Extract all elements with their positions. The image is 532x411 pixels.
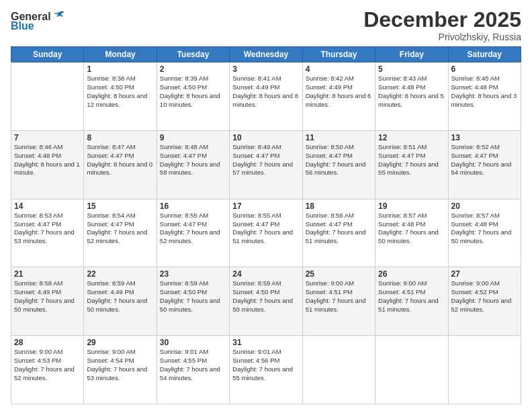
- day-number: 6: [451, 64, 518, 74]
- calendar-cell: 21 Sunrise: 8:58 AM Sunset: 4:49 PM Dayl…: [11, 267, 84, 336]
- day-info: Sunrise: 8:56 AM Sunset: 4:47 PM Dayligh…: [306, 212, 372, 246]
- calendar-cell: 11 Sunrise: 8:50 AM Sunset: 4:47 PM Dayl…: [302, 130, 375, 199]
- calendar-cell: 24 Sunrise: 8:59 AM Sunset: 4:50 PM Dayl…: [230, 267, 302, 336]
- location-subtitle: Privolzhskiy, Russia: [363, 32, 521, 42]
- day-info: Sunrise: 8:55 AM Sunset: 4:47 PM Dayligh…: [160, 212, 226, 246]
- calendar-cell: 17 Sunrise: 8:55 AM Sunset: 4:47 PM Dayl…: [230, 199, 302, 267]
- calendar-cell: [375, 336, 448, 404]
- day-number: 10: [232, 133, 299, 142]
- calendar-cell: 4 Sunrise: 8:42 AM Sunset: 4:49 PM Dayli…: [302, 62, 375, 131]
- week-row-4: 21 Sunrise: 8:58 AM Sunset: 4:49 PM Dayl…: [11, 267, 521, 336]
- logo: General Blue: [11, 11, 66, 32]
- calendar-cell: 1 Sunrise: 8:38 AM Sunset: 4:50 PM Dayli…: [84, 62, 157, 131]
- day-number: 30: [160, 338, 226, 347]
- day-number: 17: [232, 201, 299, 211]
- day-info: Sunrise: 8:57 AM Sunset: 4:48 PM Dayligh…: [378, 212, 445, 246]
- day-info: Sunrise: 9:00 AM Sunset: 4:53 PM Dayligh…: [14, 348, 81, 382]
- week-row-3: 14 Sunrise: 8:53 AM Sunset: 4:47 PM Dayl…: [11, 199, 521, 267]
- day-number: 16: [160, 201, 226, 211]
- calendar-cell: 9 Sunrise: 8:48 AM Sunset: 4:47 PM Dayli…: [157, 130, 229, 199]
- day-number: 24: [232, 269, 299, 279]
- day-info: Sunrise: 8:46 AM Sunset: 4:48 PM Dayligh…: [14, 143, 81, 177]
- day-info: Sunrise: 8:54 AM Sunset: 4:47 PM Dayligh…: [87, 212, 153, 246]
- day-info: Sunrise: 9:00 AM Sunset: 4:52 PM Dayligh…: [451, 279, 518, 314]
- calendar-cell: 16 Sunrise: 8:55 AM Sunset: 4:47 PM Dayl…: [157, 199, 229, 267]
- week-row-5: 28 Sunrise: 9:00 AM Sunset: 4:53 PM Dayl…: [11, 336, 521, 404]
- calendar-cell: 29 Sunrise: 9:00 AM Sunset: 4:54 PM Dayl…: [84, 336, 157, 404]
- calendar-cell: 3 Sunrise: 8:41 AM Sunset: 4:49 PM Dayli…: [230, 62, 302, 131]
- day-number: 18: [306, 201, 372, 211]
- day-info: Sunrise: 8:49 AM Sunset: 4:47 PM Dayligh…: [232, 143, 299, 177]
- day-number: 9: [160, 133, 226, 142]
- day-info: Sunrise: 8:41 AM Sunset: 4:49 PM Dayligh…: [232, 75, 299, 109]
- day-number: 1: [87, 64, 153, 74]
- calendar-cell: 14 Sunrise: 8:53 AM Sunset: 4:47 PM Dayl…: [11, 199, 84, 267]
- calendar-cell: 2 Sunrise: 8:39 AM Sunset: 4:50 PM Dayli…: [157, 62, 229, 131]
- calendar-cell: 8 Sunrise: 8:47 AM Sunset: 4:47 PM Dayli…: [84, 130, 157, 199]
- day-info: Sunrise: 8:42 AM Sunset: 4:49 PM Dayligh…: [306, 75, 372, 109]
- day-info: Sunrise: 8:58 AM Sunset: 4:49 PM Dayligh…: [14, 279, 81, 314]
- calendar-cell: 20 Sunrise: 8:57 AM Sunset: 4:48 PM Dayl…: [448, 199, 521, 267]
- day-number: 11: [306, 133, 372, 142]
- weekday-header-saturday: Saturday: [448, 47, 521, 62]
- calendar-cell: 27 Sunrise: 9:00 AM Sunset: 4:52 PM Dayl…: [448, 267, 521, 336]
- weekday-header-wednesday: Wednesday: [230, 47, 302, 62]
- day-info: Sunrise: 8:59 AM Sunset: 4:50 PM Dayligh…: [160, 279, 226, 314]
- day-info: Sunrise: 9:00 AM Sunset: 4:51 PM Dayligh…: [378, 279, 445, 314]
- calendar-cell: 31 Sunrise: 9:01 AM Sunset: 4:56 PM Dayl…: [230, 336, 302, 404]
- day-info: Sunrise: 8:47 AM Sunset: 4:47 PM Dayligh…: [87, 143, 153, 177]
- day-info: Sunrise: 9:00 AM Sunset: 4:51 PM Dayligh…: [306, 279, 372, 314]
- day-info: Sunrise: 9:01 AM Sunset: 4:56 PM Dayligh…: [232, 348, 299, 382]
- calendar-cell: 23 Sunrise: 8:59 AM Sunset: 4:50 PM Dayl…: [157, 267, 229, 336]
- day-info: Sunrise: 9:01 AM Sunset: 4:55 PM Dayligh…: [160, 348, 226, 382]
- calendar-cell: 30 Sunrise: 9:01 AM Sunset: 4:55 PM Dayl…: [157, 336, 229, 404]
- day-number: 2: [160, 64, 226, 74]
- day-number: 20: [451, 201, 518, 211]
- calendar-cell: 25 Sunrise: 9:00 AM Sunset: 4:51 PM Dayl…: [302, 267, 375, 336]
- day-info: Sunrise: 8:52 AM Sunset: 4:47 PM Dayligh…: [451, 143, 518, 177]
- day-info: Sunrise: 8:48 AM Sunset: 4:47 PM Dayligh…: [160, 143, 226, 177]
- header: General Blue December 2025 Privolzhskiy,…: [11, 8, 521, 42]
- calendar-cell: 28 Sunrise: 9:00 AM Sunset: 4:53 PM Dayl…: [11, 336, 84, 404]
- logo-blue: Blue: [11, 20, 34, 32]
- day-number: 3: [232, 64, 299, 74]
- day-number: 14: [14, 201, 81, 211]
- day-info: Sunrise: 8:51 AM Sunset: 4:47 PM Dayligh…: [378, 143, 445, 177]
- page: General Blue December 2025 Privolzhskiy,…: [0, 0, 532, 411]
- day-number: 31: [232, 338, 299, 347]
- day-info: Sunrise: 8:59 AM Sunset: 4:49 PM Dayligh…: [87, 279, 153, 314]
- day-info: Sunrise: 8:50 AM Sunset: 4:47 PM Dayligh…: [306, 143, 372, 177]
- calendar-cell: 15 Sunrise: 8:54 AM Sunset: 4:47 PM Dayl…: [84, 199, 157, 267]
- calendar-cell: 13 Sunrise: 8:52 AM Sunset: 4:47 PM Dayl…: [448, 130, 521, 199]
- week-row-2: 7 Sunrise: 8:46 AM Sunset: 4:48 PM Dayli…: [11, 130, 521, 199]
- calendar-cell: 5 Sunrise: 8:43 AM Sunset: 4:48 PM Dayli…: [375, 62, 448, 131]
- calendar-cell: 7 Sunrise: 8:46 AM Sunset: 4:48 PM Dayli…: [11, 130, 84, 199]
- day-number: 13: [451, 133, 518, 142]
- day-info: Sunrise: 8:55 AM Sunset: 4:47 PM Dayligh…: [232, 212, 299, 246]
- day-number: 4: [306, 64, 372, 74]
- day-number: 21: [14, 269, 81, 279]
- day-number: 19: [378, 201, 445, 211]
- weekday-header-tuesday: Tuesday: [157, 47, 229, 62]
- calendar-cell: [11, 62, 84, 131]
- day-number: 26: [378, 269, 445, 279]
- day-number: 5: [378, 64, 445, 74]
- day-number: 23: [160, 269, 226, 279]
- day-info: Sunrise: 8:57 AM Sunset: 4:48 PM Dayligh…: [451, 212, 518, 246]
- day-number: 27: [451, 269, 518, 279]
- day-number: 8: [87, 133, 153, 142]
- month-title: December 2025: [363, 8, 521, 32]
- calendar-cell: 6 Sunrise: 8:45 AM Sunset: 4:48 PM Dayli…: [448, 62, 521, 131]
- day-info: Sunrise: 8:38 AM Sunset: 4:50 PM Dayligh…: [87, 75, 153, 109]
- day-number: 29: [87, 338, 153, 347]
- day-info: Sunrise: 8:53 AM Sunset: 4:47 PM Dayligh…: [14, 212, 81, 246]
- logo-bird-icon: [52, 8, 66, 21]
- day-number: 7: [14, 133, 81, 142]
- weekday-header-sunday: Sunday: [11, 47, 84, 62]
- week-row-1: 1 Sunrise: 8:38 AM Sunset: 4:50 PM Dayli…: [11, 62, 521, 131]
- calendar-cell: 26 Sunrise: 9:00 AM Sunset: 4:51 PM Dayl…: [375, 267, 448, 336]
- day-info: Sunrise: 8:39 AM Sunset: 4:50 PM Dayligh…: [160, 75, 226, 109]
- calendar-cell: [448, 336, 521, 404]
- calendar-table: SundayMondayTuesdayWednesdayThursdayFrid…: [11, 46, 521, 404]
- day-number: 28: [14, 338, 81, 347]
